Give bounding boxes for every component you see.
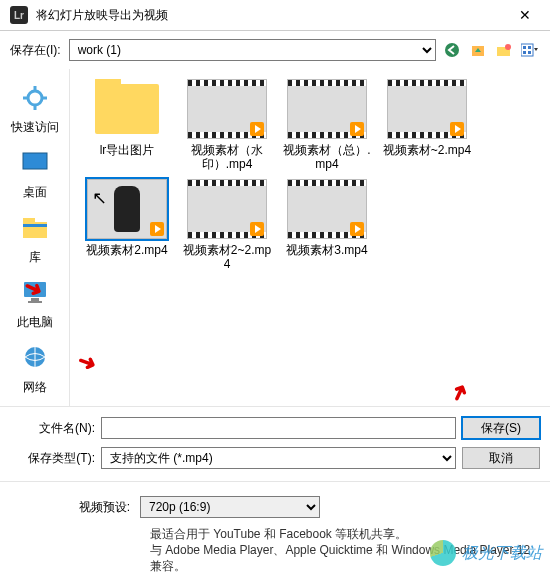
sidebar-network[interactable]: 网络 — [0, 339, 69, 402]
watermark: 极光下载站 — [430, 540, 542, 566]
svg-rect-13 — [23, 218, 35, 224]
sidebar-item-label: 库 — [0, 249, 69, 266]
file-name: lr导出图片 — [80, 143, 174, 157]
filename-label: 文件名(N): — [10, 420, 95, 437]
file-name: 视频素材3.mp4 — [280, 243, 374, 257]
play-icon — [350, 122, 364, 136]
preset-select[interactable]: 720p (16:9) — [140, 496, 320, 518]
svg-point-9 — [28, 91, 42, 105]
folder-icon — [95, 84, 159, 134]
sidebar-item-label: 此电脑 — [0, 314, 69, 331]
play-icon — [250, 222, 264, 236]
location-dropdown[interactable]: work (1) — [69, 39, 436, 61]
folder-item[interactable]: lr导出图片 — [80, 79, 174, 171]
play-icon — [150, 222, 164, 236]
back-icon[interactable] — [442, 40, 462, 60]
watermark-icon — [430, 540, 456, 566]
file-name: 视频素材（水印）.mp4 — [180, 143, 274, 171]
svg-point-3 — [505, 44, 511, 50]
svg-rect-15 — [24, 282, 46, 297]
cursor-icon: ↖ — [92, 187, 107, 209]
svg-rect-14 — [23, 224, 47, 227]
filetype-label: 保存类型(T): — [10, 450, 95, 467]
play-icon — [250, 122, 264, 136]
play-icon — [450, 122, 464, 136]
up-icon[interactable] — [468, 40, 488, 60]
toolbar: 保存在(I): work (1) — [0, 31, 550, 69]
new-folder-icon[interactable] — [494, 40, 514, 60]
svg-rect-5 — [523, 46, 526, 49]
save-button[interactable]: 保存(S) — [462, 417, 540, 439]
sidebar-item-label: 快速访问 — [0, 119, 69, 136]
sidebar-library[interactable]: 库 — [0, 209, 69, 272]
window-title: 将幻灯片放映导出为视频 — [36, 7, 510, 24]
sidebar-desktop[interactable]: 桌面 — [0, 144, 69, 207]
file-name: 视频素材2.mp4 — [80, 243, 174, 257]
titlebar: Lr 将幻灯片放映导出为视频 ✕ — [0, 0, 550, 31]
video-item[interactable]: 视频素材3.mp4 — [280, 179, 374, 271]
sidebar-item-label: 网络 — [0, 379, 69, 396]
file-name: 视频素材~2.mp4 — [380, 143, 474, 157]
svg-rect-8 — [528, 51, 531, 54]
svg-rect-17 — [28, 301, 42, 303]
svg-rect-16 — [31, 298, 39, 301]
close-button[interactable]: ✕ — [510, 7, 540, 23]
svg-rect-7 — [523, 51, 526, 54]
file-name: 视频素材（总）.mp4 — [280, 143, 374, 171]
sidebar-item-label: 桌面 — [0, 184, 69, 201]
sidebar-quick-access[interactable]: 快速访问 — [0, 79, 69, 142]
video-item[interactable]: 视频素材（总）.mp4 — [280, 79, 374, 171]
video-item[interactable]: 视频素材~2.mp4 — [380, 79, 474, 171]
watermark-text: 极光下载站 — [462, 543, 542, 564]
play-icon — [350, 222, 364, 236]
svg-point-0 — [445, 43, 459, 57]
svg-rect-4 — [521, 44, 533, 56]
file-area[interactable]: lr导出图片 视频素材（水印）.mp4 视频素材（总）.mp4 视频素材~2.m… — [70, 69, 550, 406]
preset-label: 视频预设: — [10, 499, 130, 516]
file-name: 视频素材2~2.mp4 — [180, 243, 274, 271]
video-item[interactable]: 视频素材2~2.mp4 — [180, 179, 274, 271]
svg-rect-6 — [528, 46, 531, 49]
app-logo: Lr — [10, 6, 28, 24]
video-item[interactable]: 视频素材（水印）.mp4 — [180, 79, 274, 171]
sidebar: 快速访问 桌面 库 此电脑 网络 — [0, 69, 70, 406]
filename-input[interactable] — [101, 417, 456, 439]
svg-rect-10 — [23, 153, 47, 169]
save-in-label: 保存在(I): — [10, 42, 61, 59]
filetype-select[interactable]: 支持的文件 (*.mp4) — [101, 447, 456, 469]
sidebar-this-pc[interactable]: 此电脑 — [0, 274, 69, 337]
view-icon[interactable] — [520, 40, 540, 60]
cancel-button[interactable]: 取消 — [462, 447, 540, 469]
